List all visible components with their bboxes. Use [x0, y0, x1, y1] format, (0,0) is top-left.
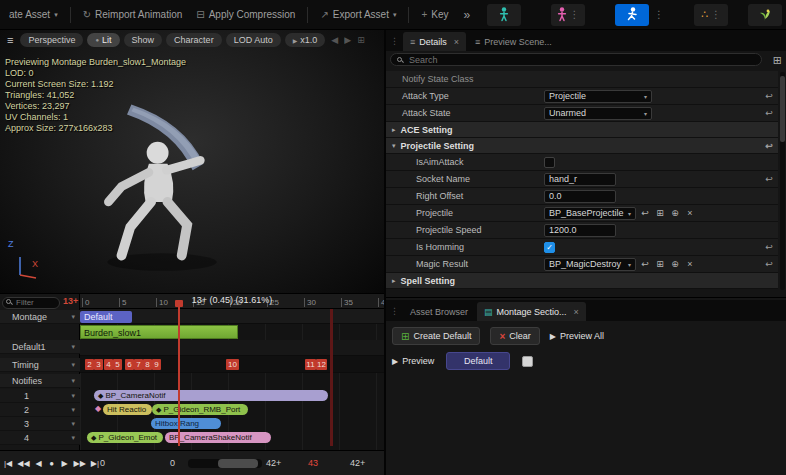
clear-asset-icon[interactable]: × — [684, 208, 696, 218]
create-asset-button[interactable]: ate Asset ▾ — [4, 4, 63, 26]
timing-marker[interactable]: 12 — [316, 359, 327, 370]
notify-bp-camerashakenotif[interactable]: BP_CameraShakeNotif — [165, 432, 271, 443]
notify-p-gideon-emote[interactable]: ◆ P_Gideon_Emot — [87, 432, 163, 443]
particles-tool-button[interactable]: ∴ ⋮ — [694, 4, 728, 26]
clear-button[interactable]: × Clear — [490, 327, 539, 345]
pick-asset-icon[interactable]: ⊕ — [669, 208, 681, 218]
timeline-scrollbar[interactable] — [188, 459, 262, 468]
reset-to-default-icon[interactable]: ↩ — [760, 259, 778, 269]
projectile-speed-field[interactable] — [544, 224, 616, 237]
notify-bp-cameranotif[interactable]: ◆ BP_CameraNotif — [94, 390, 328, 401]
timeline-ruler[interactable]: 13+ (0.45) (31.61%) 0 5 10 15 20 25 30 3… — [80, 294, 384, 309]
panel-drag-handle[interactable]: ⋮ — [390, 306, 399, 316]
details-view-options-icon[interactable]: ⊞ — [773, 54, 782, 67]
viewport-extra-icon[interactable]: ▶ — [344, 35, 351, 45]
timing-marker[interactable]: 7 — [134, 359, 143, 370]
socket-name-field[interactable] — [544, 173, 616, 186]
step-forward-button[interactable]: ▶▶ — [72, 454, 88, 472]
notify-diamond-icon[interactable]: ◆ — [95, 404, 101, 413]
notify-hit-reaction[interactable]: Hit Reactio — [103, 404, 152, 415]
playhead-handle[interactable] — [175, 300, 183, 307]
default-section-button[interactable]: Default — [446, 352, 510, 370]
playback-speed-dropdown[interactable]: ▶ x1.0 — [285, 33, 326, 47]
apply-compression-button[interactable]: ⊟ Apply Compression — [191, 4, 300, 26]
show-dropdown[interactable]: Show — [124, 33, 163, 47]
dots-menu-icon[interactable]: ⋮ — [711, 9, 721, 20]
animation-mode-button[interactable] — [615, 4, 649, 26]
reset-to-default-icon[interactable]: ↩ — [760, 141, 778, 151]
timing-marker[interactable]: 3 — [94, 359, 103, 370]
viewport-menu-icon[interactable]: ≡ — [4, 34, 16, 46]
tab-asset-browser[interactable]: Asset Browser — [403, 302, 475, 321]
playhead-line[interactable] — [178, 300, 180, 446]
lit-mode-dropdown[interactable]: ● Lit — [87, 33, 119, 47]
montage-section-default[interactable]: Default — [80, 311, 132, 323]
close-icon[interactable]: × — [574, 307, 579, 317]
timing-marker[interactable]: 5 — [113, 359, 122, 370]
track-row-3[interactable]: 3 ▾ — [0, 417, 80, 431]
tab-montage-sections[interactable]: ▤ Montage Sectio... × — [477, 302, 586, 321]
reset-to-default-icon[interactable]: ↩ — [760, 242, 778, 252]
toolbar-overflow-chevrons[interactable]: » — [464, 8, 471, 22]
notify-p-gideon-rmb-port[interactable]: ◆ P_Gideon_RMB_Port — [152, 404, 248, 415]
timeline-scrollbar-thumb[interactable] — [218, 459, 258, 468]
browse-to-asset-icon[interactable]: ⊞ — [654, 208, 666, 218]
perspective-dropdown[interactable]: Perspective — [20, 33, 83, 47]
details-search-input[interactable] — [390, 53, 762, 66]
export-asset-button[interactable]: ↗ Export Asset ▾ — [315, 4, 401, 26]
timing-marker[interactable]: 9 — [152, 359, 161, 370]
clear-asset-icon[interactable]: × — [684, 259, 696, 269]
foliage-tool-button[interactable] — [748, 4, 782, 26]
section-loop-checkbox[interactable] — [522, 356, 533, 367]
track-row-notifies[interactable]: Notifies ▾ — [0, 374, 80, 388]
step-back-button[interactable]: ◀◀ — [15, 454, 31, 472]
is-homming-checkbox[interactable]: ✓ — [544, 242, 555, 253]
play-reverse-button[interactable]: ◀ — [33, 454, 45, 472]
reimport-animation-button[interactable]: ↻ Reimport Animation — [78, 4, 188, 26]
track-row-4[interactable]: 4 ▾ — [0, 431, 80, 445]
record-button[interactable]: ● — [46, 454, 58, 472]
pick-asset-icon[interactable]: ⊕ — [669, 259, 681, 269]
details-scrollbar[interactable] — [780, 72, 785, 290]
timing-marker[interactable]: 6 — [125, 359, 134, 370]
details-scrollbar-thumb[interactable] — [780, 76, 785, 142]
timing-marker[interactable]: 8 — [143, 359, 152, 370]
reset-to-default-icon[interactable]: ↩ — [760, 174, 778, 184]
create-default-button[interactable]: ⊞ Create Default — [392, 327, 480, 345]
panel-drag-handle[interactable]: ⋮ — [390, 36, 399, 46]
timing-marker[interactable]: 4 — [104, 359, 113, 370]
timing-marker[interactable]: 11 — [305, 359, 316, 370]
reset-to-default-icon[interactable]: ↩ — [760, 91, 778, 101]
browse-to-asset-icon[interactable]: ⊞ — [654, 259, 666, 269]
dots-menu-icon[interactable]: ⋮ — [570, 9, 580, 20]
track-row-2[interactable]: 2 ▾ — [0, 403, 80, 417]
add-key-button[interactable]: + Key — [416, 4, 453, 26]
preview-button[interactable]: ▶ Preview — [392, 356, 434, 366]
reset-to-default-icon[interactable]: ↩ — [760, 108, 778, 118]
isaimattack-checkbox[interactable] — [544, 157, 555, 168]
right-offset-field[interactable] — [544, 190, 616, 203]
track-row-1[interactable]: 1 ▾ — [0, 389, 80, 403]
close-icon[interactable]: × — [454, 37, 459, 47]
attack-state-dropdown[interactable]: Unarmed ▾ — [544, 107, 652, 120]
magic-result-asset-dropdown[interactable]: BP_MagicDestroy ▾ — [544, 258, 636, 271]
track-row-default1[interactable]: Default1 ▾ — [0, 340, 80, 354]
use-selected-icon[interactable]: ↩ — [639, 208, 651, 218]
projectile-asset-dropdown[interactable]: BP_BaseProjectile ▾ — [544, 207, 636, 220]
timing-marker[interactable]: 2 — [85, 359, 94, 370]
category-row-spell-setting[interactable]: ▸ Spell Setting — [386, 273, 778, 289]
mesh-mode-button[interactable]: ⋮ — [551, 4, 585, 26]
dots-menu-icon[interactable]: ⋮ — [654, 9, 664, 20]
timing-marker[interactable]: 10 — [226, 359, 239, 370]
lod-dropdown[interactable]: LOD Auto — [226, 33, 281, 47]
3d-viewport[interactable]: ≡ Perspective ● Lit Show Character LOD A… — [0, 30, 384, 293]
viewport-extra-icon[interactable]: ◀ — [331, 35, 338, 45]
attack-type-dropdown[interactable]: Projectile ▾ — [544, 90, 652, 103]
skeleton-mode-button[interactable] — [487, 4, 521, 26]
tab-preview-scene[interactable]: ≡ Preview Scene... — [468, 32, 559, 51]
animation-segment-bar[interactable]: Burden_slow1 — [80, 325, 238, 339]
tab-details[interactable]: ≡ Details × — [403, 32, 466, 51]
notify-hitbox-range[interactable]: Hitbox Rang — [151, 418, 221, 429]
viewport-extra-icon[interactable]: ⊞ — [357, 35, 365, 45]
filter-box[interactable] — [2, 296, 60, 308]
